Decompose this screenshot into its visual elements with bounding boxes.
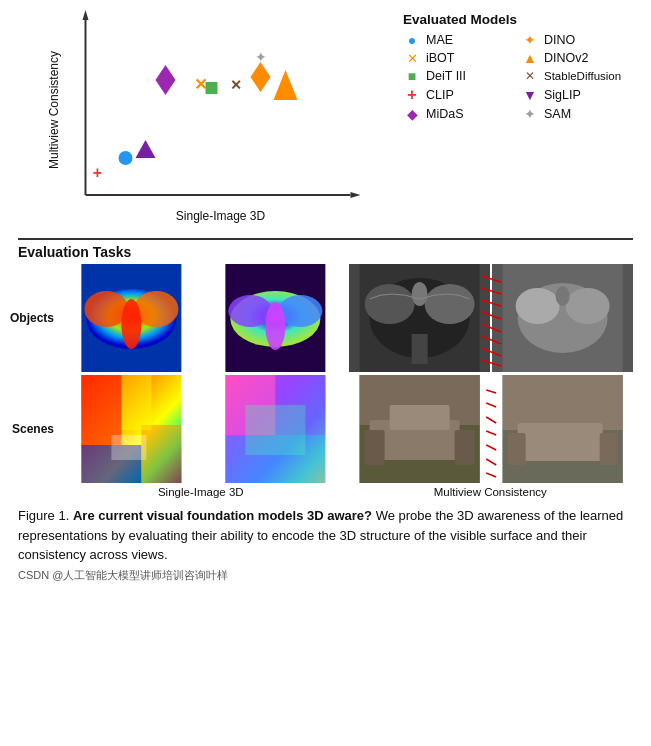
- svg-marker-13: [251, 62, 271, 92]
- svg-rect-62: [454, 430, 474, 465]
- svg-rect-74: [517, 423, 602, 461]
- legend-item-clip: + CLIP: [403, 87, 515, 103]
- legend-item-deit: ■ DeiT III: [403, 69, 515, 83]
- svg-rect-61: [364, 430, 384, 465]
- objects-multiview-cell: [349, 264, 634, 372]
- clip-icon: +: [403, 87, 421, 103]
- object-photo1: [349, 264, 490, 372]
- sam-label: SAM: [544, 107, 571, 121]
- col-label-3d: Single-Image 3D: [58, 486, 344, 498]
- svg-rect-49: [141, 425, 181, 483]
- legend-item-sam: ✦ SAM: [521, 107, 633, 121]
- siglip-icon: ▼: [521, 88, 539, 102]
- svg-marker-8: [136, 140, 156, 158]
- ibot-icon: ✕: [403, 52, 421, 65]
- eval-title: Evaluation Tasks: [18, 244, 633, 260]
- svg-rect-76: [599, 433, 617, 465]
- svg-point-35: [565, 288, 609, 324]
- scenes-3d-cell: [61, 375, 346, 483]
- legend-item-ibot: ✕ iBOT: [403, 51, 515, 65]
- scene-photo2: [492, 375, 633, 483]
- legend-title: Evaluated Models: [403, 12, 633, 27]
- svg-rect-51: [111, 435, 146, 460]
- svg-point-34: [515, 288, 559, 324]
- deit-label: DeiT III: [426, 69, 466, 83]
- svg-rect-50: [121, 375, 151, 430]
- svg-marker-9: [156, 65, 176, 95]
- svg-point-29: [424, 284, 474, 324]
- svg-rect-56: [245, 405, 305, 455]
- chart-area: Multiview Consistency Single-Image 3D + …: [18, 10, 393, 230]
- sam-icon: ✦: [521, 107, 539, 121]
- svg-text:+: +: [93, 164, 102, 181]
- svg-point-20: [121, 299, 141, 349]
- svg-marker-3: [83, 10, 89, 20]
- svg-text:✕: ✕: [194, 76, 207, 93]
- figure-label: Figure 1.: [18, 508, 69, 523]
- scenes-row-label: Scenes: [18, 422, 58, 436]
- ibot-label: iBOT: [426, 51, 454, 65]
- col-label-empty: [18, 486, 54, 498]
- legend-area: Evaluated Models ● MAE ✦ DINO ✕ iBOT ▲ D…: [393, 10, 633, 121]
- midas-label: MiDaS: [426, 107, 464, 121]
- scene-depth1: [61, 375, 202, 483]
- caption-bold: Are current visual foundation models 3D …: [73, 508, 372, 523]
- column-labels: Single-Image 3D Multiview Consistency: [18, 486, 633, 498]
- dinov2-icon: ▲: [521, 51, 539, 65]
- svg-point-30: [411, 282, 427, 306]
- legend-item-stablediff: ✕ StableDiffusion: [521, 69, 633, 83]
- scenes-multiview-cell: [349, 375, 634, 483]
- top-section: Multiview Consistency Single-Image 3D + …: [18, 10, 633, 230]
- svg-rect-75: [507, 433, 525, 465]
- object-depth2: [205, 264, 346, 372]
- objects-row-label: Objects: [18, 311, 58, 325]
- legend-item-mae: ● MAE: [403, 33, 515, 47]
- watermark: CSDN @人工智能大模型讲师培训咨询叶样: [18, 569, 228, 581]
- svg-rect-31: [411, 334, 427, 364]
- svg-rect-47: [81, 375, 121, 445]
- dino-icon: ✦: [521, 33, 539, 47]
- svg-marker-2: [351, 192, 361, 198]
- svg-point-28: [364, 284, 414, 324]
- scene-photo1: [349, 375, 490, 483]
- legend-item-dino: ✦ DINO: [521, 33, 633, 47]
- deit-icon: ■: [403, 69, 421, 83]
- dino-label: DINO: [544, 33, 575, 47]
- scatter-chart: Multiview Consistency Single-Image 3D + …: [18, 10, 393, 230]
- svg-rect-63: [389, 405, 449, 430]
- svg-point-7: [119, 151, 133, 165]
- svg-marker-14: [274, 70, 298, 100]
- midas-icon: ◆: [403, 107, 421, 121]
- siglip-label: SigLIP: [544, 88, 581, 102]
- stablediff-icon: ✕: [521, 70, 539, 82]
- legend-item-midas: ◆ MiDaS: [403, 107, 515, 121]
- scene-depth2: [205, 375, 346, 483]
- svg-text:✦: ✦: [255, 49, 267, 65]
- dinov2-label: DINOv2: [544, 51, 588, 65]
- svg-text:✕: ✕: [230, 77, 242, 93]
- caption: Figure 1. Are current visual foundation …: [18, 506, 633, 584]
- legend-item-siglip: ▼ SigLIP: [521, 87, 633, 103]
- svg-point-25: [265, 302, 285, 350]
- objects-3d-cell: [61, 264, 346, 372]
- svg-rect-73: [502, 375, 622, 430]
- svg-point-36: [555, 286, 569, 306]
- svg-text:Single-Image 3D: Single-Image 3D: [176, 209, 266, 223]
- legend-item-dinov2: ▲ DINOv2: [521, 51, 633, 65]
- mae-icon: ●: [403, 33, 421, 47]
- object-photo2: [492, 264, 633, 372]
- object-depth1: [61, 264, 202, 372]
- clip-label: CLIP: [426, 88, 454, 102]
- eval-section: Evaluation Tasks Objects: [18, 238, 633, 498]
- legend-grid: ● MAE ✦ DINO ✕ iBOT ▲ DINOv2 ■ DeiT III: [403, 33, 633, 121]
- col-label-multiview: Multiview Consistency: [348, 486, 634, 498]
- mae-label: MAE: [426, 33, 453, 47]
- svg-text:Multiview Consistency: Multiview Consistency: [47, 51, 61, 169]
- stablediff-label: StableDiffusion: [544, 70, 621, 82]
- svg-rect-11: [206, 82, 218, 94]
